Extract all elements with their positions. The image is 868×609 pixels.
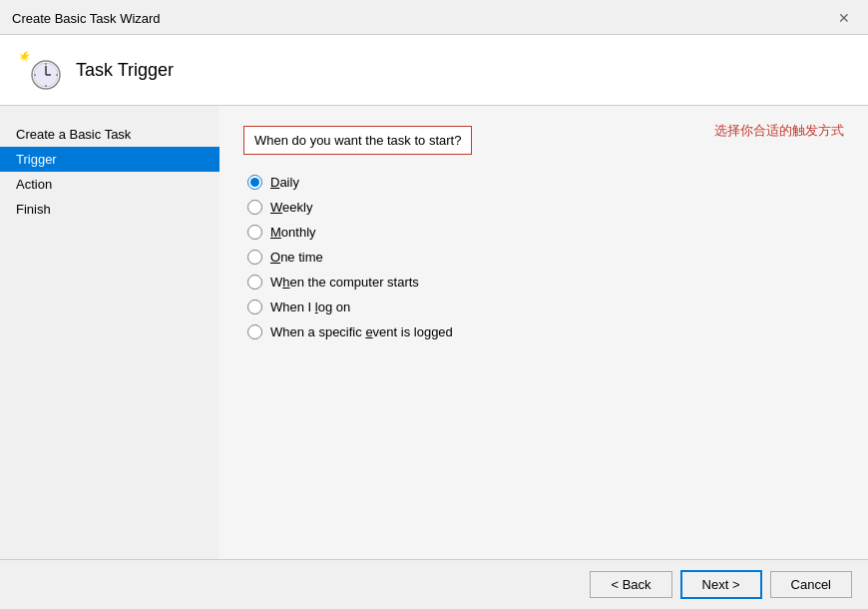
radio-computer-starts-label: When the computer starts bbox=[270, 275, 419, 290]
svg-marker-0 bbox=[20, 51, 30, 62]
wizard-footer: < Back Next > Cancel bbox=[0, 559, 868, 609]
radio-event-logged-label: When a specific event is logged bbox=[270, 324, 453, 339]
radio-monthly-input[interactable] bbox=[247, 225, 262, 240]
radio-log-on-label: When I log on bbox=[270, 300, 350, 314]
title-bar-left: Create Basic Task Wizard bbox=[12, 11, 161, 26]
sidebar-item-create-basic-task[interactable]: Create a Basic Task bbox=[0, 122, 219, 147]
radio-daily-label: Daily bbox=[270, 175, 299, 190]
trigger-radio-group: Daily Weekly Monthly One time When the c… bbox=[247, 175, 844, 339]
wizard-content: 选择你合适的触发方式 When do you want the task to … bbox=[219, 106, 868, 559]
radio-event-logged[interactable]: When a specific event is logged bbox=[247, 324, 844, 339]
sidebar-item-finish[interactable]: Finish bbox=[0, 197, 219, 222]
radio-one-time-label: One time bbox=[270, 250, 323, 265]
close-button[interactable]: ✕ bbox=[832, 8, 856, 28]
back-button[interactable]: < Back bbox=[590, 571, 671, 598]
task-trigger-icon bbox=[20, 49, 62, 91]
title-bar-title: Create Basic Task Wizard bbox=[12, 11, 161, 26]
radio-log-on-input[interactable] bbox=[247, 300, 262, 314]
radio-event-logged-input[interactable] bbox=[247, 324, 262, 339]
radio-computer-starts[interactable]: When the computer starts bbox=[247, 275, 844, 290]
wizard-title: Task Trigger bbox=[76, 60, 174, 81]
title-bar: Create Basic Task Wizard ✕ bbox=[0, 0, 868, 35]
radio-daily[interactable]: Daily bbox=[247, 175, 844, 190]
sidebar-item-action[interactable]: Action bbox=[0, 172, 219, 197]
cancel-button[interactable]: Cancel bbox=[770, 571, 852, 598]
radio-monthly-label: Monthly bbox=[270, 225, 316, 240]
wizard-body: Create a Basic Task Trigger Action Finis… bbox=[0, 106, 868, 559]
sidebar-item-trigger[interactable]: Trigger bbox=[0, 147, 219, 172]
question-label: When do you want the task to start? bbox=[243, 126, 472, 155]
next-button[interactable]: Next > bbox=[680, 570, 762, 599]
radio-computer-starts-input[interactable] bbox=[247, 275, 262, 290]
radio-weekly[interactable]: Weekly bbox=[247, 200, 844, 215]
hint-text: 选择你合适的触发方式 bbox=[714, 122, 844, 140]
radio-one-time[interactable]: One time bbox=[247, 250, 844, 265]
radio-daily-input[interactable] bbox=[247, 175, 262, 190]
radio-log-on[interactable]: When I log on bbox=[247, 300, 844, 314]
radio-monthly[interactable]: Monthly bbox=[247, 225, 844, 240]
wizard-header: Task Trigger bbox=[0, 35, 868, 106]
radio-one-time-input[interactable] bbox=[247, 250, 262, 265]
wizard-sidebar: Create a Basic Task Trigger Action Finis… bbox=[0, 106, 219, 559]
radio-weekly-label: Weekly bbox=[270, 200, 312, 215]
radio-weekly-input[interactable] bbox=[247, 200, 262, 215]
